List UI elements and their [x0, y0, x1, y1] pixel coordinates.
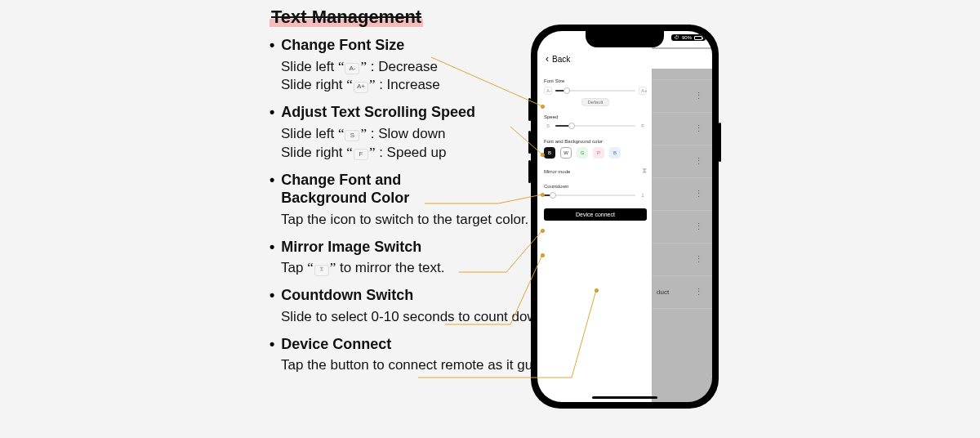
countdown-slider[interactable]: [544, 194, 635, 196]
callout-dot: [541, 229, 545, 233]
speed-slider[interactable]: [555, 125, 635, 127]
background-list: ⋮ ⋮ ⋮ ⋮ ⋮ ⋮ ⋮ duct⋮: [652, 47, 712, 402]
countdown-value: 1: [639, 192, 647, 199]
callout-dot: [541, 193, 545, 197]
label-speed: Speed: [544, 114, 647, 119]
kebab-icon[interactable]: ⋮: [694, 221, 704, 232]
callout-dot: [541, 153, 545, 157]
settings-sheet: Font Size A- A+ Default Speed S: [537, 69, 652, 221]
swatch-blue[interactable]: B: [609, 147, 621, 159]
kebab-icon[interactable]: ⋮: [694, 123, 704, 134]
device-connect-button[interactable]: Device connect: [544, 208, 647, 221]
status-bar: ⏱ 90%: [671, 34, 706, 41]
color-swatches: B W G P B: [544, 147, 647, 159]
phone-frame: ⏱ 90% ‹ Back ⊕ ⋮ ⋮ ⋮ ⋮ ⋮ ⋮ ⋮ duct⋮: [531, 25, 719, 409]
bullet-dot: •: [270, 288, 274, 302]
page-title: Text Management: [270, 7, 423, 27]
label-countdown: Countdown: [544, 184, 647, 189]
swatch-green[interactable]: G: [577, 147, 588, 159]
kebab-icon[interactable]: ⋮: [694, 287, 704, 297]
heading-color: Change Font and Background Color: [281, 171, 409, 208]
notch: [586, 31, 664, 47]
speed-max: F: [639, 123, 647, 129]
swatch-black[interactable]: B: [544, 147, 555, 159]
kebab-icon[interactable]: ⋮: [694, 91, 704, 101]
bg-row-text: duct: [657, 288, 669, 296]
phone-screen: ⏱ 90% ‹ Back ⊕ ⋮ ⋮ ⋮ ⋮ ⋮ ⋮ ⋮ duct⋮: [537, 31, 712, 402]
font-size-slider[interactable]: [555, 90, 635, 92]
swatch-white[interactable]: W: [560, 147, 572, 159]
battery-pct: 90%: [682, 35, 692, 40]
callout-dot: [541, 105, 545, 109]
swatch-pink[interactable]: P: [593, 147, 604, 159]
heading-font-size: Change Font Size: [281, 36, 404, 55]
back-chevron-icon[interactable]: ‹: [546, 53, 549, 65]
badge-a-minus: A-: [345, 63, 359, 74]
bullet-dot: •: [270, 38, 274, 52]
kebab-icon[interactable]: ⋮: [694, 156, 704, 167]
font-size-min: A-: [544, 87, 552, 95]
callout-dot: [541, 253, 545, 257]
callout-dot: [595, 288, 599, 293]
font-size-max: A+: [639, 87, 647, 95]
label-colors: Font and Background color: [544, 139, 647, 144]
label-mirror: Mirror mode: [544, 169, 570, 174]
label-font-size: Font Size: [544, 78, 647, 83]
battery-icon: [694, 36, 702, 40]
speed-min: S: [544, 123, 552, 129]
bullet-dot: •: [270, 105, 274, 119]
badge-hourglass: ⧗: [314, 265, 329, 276]
bullet-dot: •: [270, 239, 274, 254]
kebab-icon[interactable]: ⋮: [694, 254, 704, 265]
heading-countdown: Countdown Switch: [281, 286, 413, 305]
mirror-toggle-icon[interactable]: ⧗: [642, 167, 647, 176]
bullet-dot: •: [270, 172, 274, 187]
home-indicator: [592, 396, 657, 399]
back-button[interactable]: Back: [552, 55, 570, 64]
heading-speed: Adjust Text Scrolling Speed: [281, 103, 475, 122]
heading-connect: Device Connect: [281, 335, 391, 354]
badge-a-plus: A+: [354, 82, 368, 93]
heading-mirror: Mirror Image Switch: [281, 238, 421, 257]
default-chip[interactable]: Default: [581, 98, 608, 106]
badge-f: F: [354, 149, 368, 160]
badge-s: S: [345, 130, 359, 141]
bullet-dot: •: [270, 337, 274, 351]
kebab-icon[interactable]: ⋮: [694, 189, 704, 199]
alarm-icon: ⏱: [675, 35, 679, 40]
app-header: ‹ Back ⊕: [537, 49, 712, 69]
